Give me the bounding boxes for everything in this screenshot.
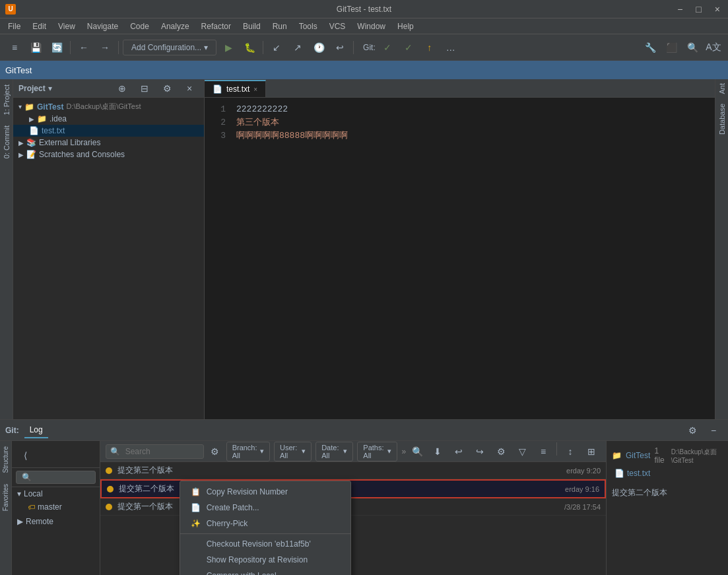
close-button[interactable]: ×: [712, 4, 723, 15]
chevron-right-icon: ▶: [29, 116, 34, 123]
ctx-create-patch[interactable]: 📄 Create Patch...: [180, 500, 350, 516]
testtxt-label: test.txt: [42, 126, 65, 135]
menu-build[interactable]: Build: [238, 20, 266, 32]
git-log-filter-button[interactable]: ▽: [513, 442, 531, 461]
tree-external-libs[interactable]: ▶ 📚 External Libraries: [13, 137, 204, 149]
commit-detail-file[interactable]: 📄 test.txt: [612, 467, 723, 479]
hamburger-button[interactable]: ≡: [5, 38, 24, 57]
collapse-tree-button[interactable]: ⊟: [135, 79, 154, 98]
menu-refactor[interactable]: Refactor: [196, 20, 236, 32]
git-collapse-button[interactable]: ⟨: [16, 446, 34, 465]
project-tab[interactable]: 1: Project: [1, 79, 13, 120]
wrench-icon[interactable]: 🔧: [641, 38, 659, 57]
ctx-copy-revision[interactable]: 📋 Copy Revision Number: [180, 484, 350, 500]
git-favorites-tab[interactable]: Favorites: [0, 479, 11, 516]
code-line-3: 啊啊啊啊啊88888啊啊啊啊啊: [236, 129, 710, 143]
commit-row-3[interactable]: 提交第一个版本 /3/28 17:54: [100, 498, 606, 516]
menu-help[interactable]: Help: [392, 20, 419, 32]
commit-row-2[interactable]: 提交第二个版本 erday 9:16: [100, 479, 606, 498]
commit-tab[interactable]: 0: Commit: [1, 120, 13, 164]
more-filters-button[interactable]: »: [401, 447, 406, 456]
editor-tab-testtxt[interactable]: 📄 test.txt ×: [205, 80, 266, 97]
run-button[interactable]: ▶: [219, 38, 238, 57]
menu-window[interactable]: Window: [352, 20, 391, 32]
ctx-cherry-pick[interactable]: ✨ Cherry-Pick: [180, 516, 350, 531]
paths-filter-label: Paths: All: [363, 444, 385, 459]
refresh-button[interactable]: ⚙: [208, 442, 222, 461]
forward-button[interactable]: →: [96, 38, 114, 57]
git-log-group-button[interactable]: ⊞: [582, 442, 601, 461]
git-panel-close-button[interactable]: −: [704, 421, 723, 440]
date-filter-label: Date: All: [321, 444, 341, 459]
menu-tools[interactable]: Tools: [294, 20, 323, 32]
ctx-show-repo[interactable]: Show Repository at Revision: [180, 552, 350, 568]
commit-row-1[interactable]: 提交第三个版本 erday 9:20: [100, 462, 606, 479]
user-filter[interactable]: User: All ▾: [274, 442, 312, 461]
git-structure-tab[interactable]: Structure: [0, 441, 11, 479]
redo-button[interactable]: ↪: [471, 442, 489, 461]
close-tree-button[interactable]: ×: [180, 79, 199, 98]
git-log-layout-button[interactable]: ⚙: [492, 442, 510, 461]
search-toolbar-button[interactable]: 🔍: [683, 38, 702, 57]
git-update-button[interactable]: ↙: [267, 38, 286, 57]
debug-button[interactable]: 🐛: [240, 38, 259, 57]
editor-content[interactable]: 1 2 3 2222222222 第三个版本 啊啊啊啊啊88888啊啊啊啊啊: [205, 98, 715, 419]
tree-testtxt-item[interactable]: 📄 test.txt: [13, 125, 204, 137]
minimize-button[interactable]: −: [675, 4, 685, 15]
git-more-button[interactable]: …: [442, 38, 460, 57]
add-configuration-button[interactable]: Add Configuration... ▾: [123, 40, 216, 55]
ant-panel-tab[interactable]: Ant: [717, 79, 727, 98]
fetch-button[interactable]: ⬇: [428, 442, 447, 461]
menu-view[interactable]: View: [53, 20, 81, 32]
chevron-down-icon: ▾: [387, 447, 391, 456]
maximize-button[interactable]: □: [693, 4, 704, 15]
separator-4: [353, 41, 354, 54]
git-settings-button[interactable]: ⚙: [683, 421, 702, 440]
ctx-checkout-revision[interactable]: Checkout Revision 'eb11af5b': [180, 536, 350, 552]
git-push-icon[interactable]: ↑: [420, 38, 439, 57]
menu-edit[interactable]: Edit: [27, 20, 51, 32]
menu-run[interactable]: Run: [267, 20, 292, 32]
master-label: master: [38, 502, 62, 512]
branch-filter[interactable]: Branch: All ▾: [226, 442, 270, 461]
git-log-table-button[interactable]: ≡: [534, 442, 552, 461]
menu-analyze[interactable]: Analyze: [156, 20, 195, 32]
commit-rows: 提交第三个版本 erday 9:20 提交第二个版本 erday 9:16 提交…: [100, 462, 606, 575]
git-push-button[interactable]: ↗: [288, 38, 307, 57]
undo-button[interactable]: ↩: [449, 442, 468, 461]
tree-settings-button[interactable]: ⚙: [158, 79, 176, 98]
git-log-search-button[interactable]: 🔍: [410, 442, 424, 461]
translate-button[interactable]: A文: [704, 38, 723, 57]
git-log-tab[interactable]: Log: [24, 423, 48, 438]
git-log-sort-button[interactable]: ↕: [561, 442, 579, 461]
tree-scratches[interactable]: ▶ 📝 Scratches and Consoles: [13, 149, 204, 160]
git-history-button[interactable]: 🕐: [310, 38, 328, 57]
remote-label: Remote: [26, 517, 53, 526]
date-filter[interactable]: Date: All ▾: [315, 442, 353, 461]
tree-idea-folder[interactable]: ▶ 📁 .idea: [13, 113, 204, 125]
git-local-header[interactable]: ▾ Local: [12, 487, 100, 500]
paths-filter[interactable]: Paths: All ▾: [357, 442, 397, 461]
menu-file[interactable]: File: [3, 20, 26, 32]
menu-bar: File Edit View Navigate Code Analyze Ref…: [0, 18, 728, 34]
ctx-compare-local[interactable]: Compare with Local: [180, 568, 350, 575]
layout-button[interactable]: ⬛: [662, 38, 680, 57]
tree-root-item[interactable]: ▾ 📁 GitTest D:\Backup\桌面\GitTest: [13, 100, 204, 113]
file-count-label: 1 file: [654, 446, 667, 465]
menu-navigate[interactable]: Navigate: [82, 20, 123, 32]
back-button[interactable]: ←: [75, 38, 93, 57]
git-remote-header[interactable]: ▶ Remote: [12, 515, 100, 528]
git-branch-search[interactable]: [16, 471, 96, 484]
git-revert-button[interactable]: ↩: [331, 38, 349, 57]
code-area[interactable]: 2222222222 第三个版本 啊啊啊啊啊88888啊啊啊啊啊: [231, 98, 715, 419]
database-panel-tab[interactable]: Database: [717, 100, 727, 139]
add-tree-item-button[interactable]: ⊕: [113, 79, 131, 98]
menu-vcs[interactable]: VCS: [324, 20, 351, 32]
tab-close-button[interactable]: ×: [253, 86, 257, 93]
save-button[interactable]: 💾: [26, 38, 45, 57]
sync-button[interactable]: 🔄: [48, 38, 66, 57]
menu-code[interactable]: Code: [125, 20, 154, 32]
commit-search-input[interactable]: [120, 446, 199, 457]
git-master-branch[interactable]: 🏷 master: [12, 500, 100, 514]
toolbar-right: 🔧 ⬛ 🔍 A文: [641, 38, 723, 57]
